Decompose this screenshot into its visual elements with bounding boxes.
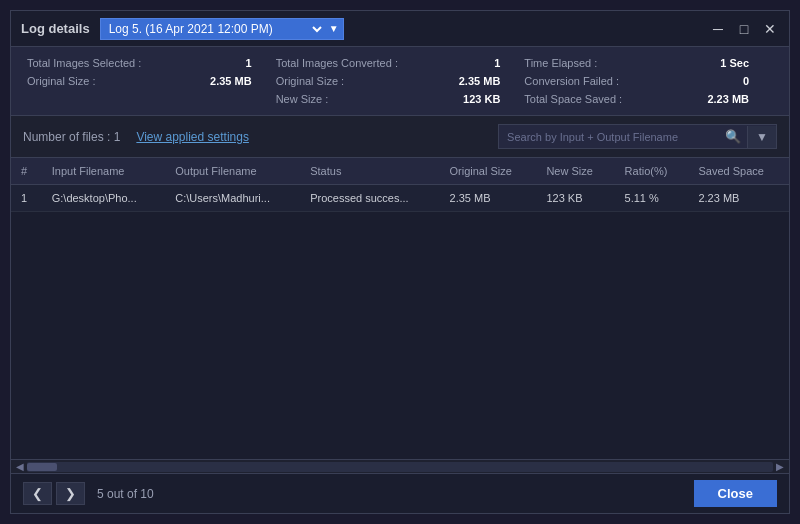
col-header-output: Output Filename xyxy=(165,158,300,185)
total-converted-value: 1 xyxy=(494,57,524,69)
stats-col-3: Time Elapsed : 1 Sec Conversion Failed :… xyxy=(524,57,773,105)
col-header-original-size: Original Size xyxy=(440,158,537,185)
table-body: 1G:\desktop\Pho...C:\Users\Madhuri...Pro… xyxy=(11,185,789,212)
table-cell-6: 5.11 % xyxy=(615,185,689,212)
total-space-value: 2.23 MB xyxy=(707,93,773,105)
stats-panel: Total Images Selected : 1 Original Size … xyxy=(11,47,789,116)
search-wrapper: 🔍 ▼ xyxy=(498,124,777,149)
total-space-row: Total Space Saved : 2.23 MB xyxy=(524,93,773,105)
total-images-row: Total Images Selected : 1 xyxy=(27,57,276,69)
files-table: # Input Filename Output Filename Status … xyxy=(11,158,789,212)
window-title: Log details xyxy=(21,21,90,36)
original-size-row-2: Original Size : 2.35 MB xyxy=(276,75,525,87)
new-size-label: New Size : xyxy=(276,93,329,105)
prev-page-button[interactable]: ❮ xyxy=(23,482,52,505)
close-button[interactable]: Close xyxy=(694,480,777,507)
bottom-bar: ❮ ❯ 5 out of 10 Close xyxy=(11,473,789,513)
table-row: 1G:\desktop\Pho...C:\Users\Madhuri...Pro… xyxy=(11,185,789,212)
col-header-new-size: New Size xyxy=(536,158,614,185)
title-bar: Log details Log 5. (16 Apr 2021 12:00 PM… xyxy=(11,11,789,47)
original-size-label-2: Original Size : xyxy=(276,75,344,87)
scroll-left-icon[interactable]: ◀ xyxy=(13,461,27,472)
scrollbar-track[interactable] xyxy=(27,462,773,472)
toolbar: Number of files : 1 View applied setting… xyxy=(11,116,789,158)
window-controls: ─ □ ✕ xyxy=(709,20,779,38)
col-header-saved-space: Saved Space xyxy=(688,158,789,185)
new-size-value: 123 KB xyxy=(463,93,524,105)
dropdown-arrow-icon: ▼ xyxy=(329,23,339,34)
search-button[interactable]: 🔍 xyxy=(719,125,747,148)
conversion-failed-label: Conversion Failed : xyxy=(524,75,619,87)
table-cell-2: C:\Users\Madhuri... xyxy=(165,185,300,212)
total-images-value: 1 xyxy=(246,57,276,69)
total-converted-row: Total Images Converted : 1 xyxy=(276,57,525,69)
next-page-button[interactable]: ❯ xyxy=(56,482,85,505)
close-window-button[interactable]: ✕ xyxy=(761,20,779,38)
col-header-input: Input Filename xyxy=(42,158,166,185)
original-size-value-2: 2.35 MB xyxy=(459,75,525,87)
original-size-row-1: Original Size : 2.35 MB xyxy=(27,75,276,87)
minimize-button[interactable]: ─ xyxy=(709,20,727,38)
table-cell-3: Processed succes... xyxy=(300,185,439,212)
file-count: Number of files : 1 xyxy=(23,130,120,144)
log-details-window: Log details Log 5. (16 Apr 2021 12:00 PM… xyxy=(10,10,790,514)
total-converted-label: Total Images Converted : xyxy=(276,57,398,69)
new-size-row: New Size : 123 KB xyxy=(276,93,525,105)
time-elapsed-label: Time Elapsed : xyxy=(524,57,597,69)
col-header-num: # xyxy=(11,158,42,185)
scrollbar-thumb[interactable] xyxy=(27,463,57,471)
log-selector-wrapper[interactable]: Log 5. (16 Apr 2021 12:00 PM) ▼ xyxy=(100,18,344,40)
stats-col-2: Total Images Converted : 1 Original Size… xyxy=(276,57,525,105)
table-header: # Input Filename Output Filename Status … xyxy=(11,158,789,185)
conversion-failed-row: Conversion Failed : 0 xyxy=(524,75,773,87)
table-cell-0: 1 xyxy=(11,185,42,212)
table-cell-4: 2.35 MB xyxy=(440,185,537,212)
total-images-label: Total Images Selected : xyxy=(27,57,141,69)
total-space-label: Total Space Saved : xyxy=(524,93,622,105)
original-size-value-1: 2.35 MB xyxy=(210,75,276,87)
conversion-failed-value: 0 xyxy=(743,75,773,87)
col-header-ratio: Ratio(%) xyxy=(615,158,689,185)
restore-button[interactable]: □ xyxy=(735,20,753,38)
time-elapsed-value: 1 Sec xyxy=(720,57,773,69)
horizontal-scrollbar[interactable]: ◀ ▶ xyxy=(11,459,789,473)
table-container: # Input Filename Output Filename Status … xyxy=(11,158,789,459)
col-header-status: Status xyxy=(300,158,439,185)
view-settings-link[interactable]: View applied settings xyxy=(136,130,249,144)
log-selector[interactable]: Log 5. (16 Apr 2021 12:00 PM) xyxy=(105,21,325,37)
time-elapsed-row: Time Elapsed : 1 Sec xyxy=(524,57,773,69)
page-info: 5 out of 10 xyxy=(97,487,154,501)
table-cell-5: 123 KB xyxy=(536,185,614,212)
table-cell-1: G:\desktop\Pho... xyxy=(42,185,166,212)
filter-button[interactable]: ▼ xyxy=(747,126,776,148)
stats-col-1: Total Images Selected : 1 Original Size … xyxy=(27,57,276,105)
nav-arrows: ❮ ❯ xyxy=(23,482,85,505)
table-cell-7: 2.23 MB xyxy=(688,185,789,212)
search-input[interactable] xyxy=(499,127,719,147)
scroll-right-icon[interactable]: ▶ xyxy=(773,461,787,472)
original-size-label-1: Original Size : xyxy=(27,75,95,87)
